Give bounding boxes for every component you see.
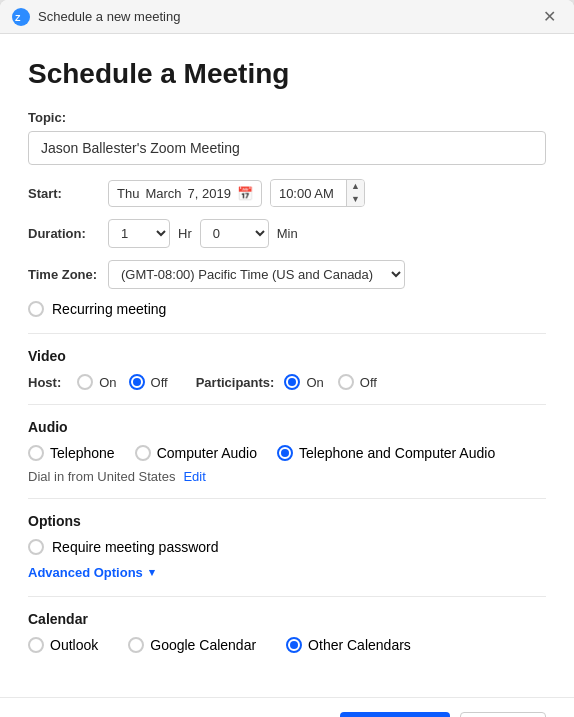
duration-row: Duration: 1 2 3 Hr 0 15 30 45 Min [28,219,546,248]
computer-audio-label: Computer Audio [157,445,257,461]
timezone-row: Time Zone: (GMT-08:00) Pacific Time (US … [28,260,546,289]
calendar-section: Calendar Outlook Google Calendar Other C… [28,611,546,653]
participants-label: Participants: [196,375,275,390]
google-calendar-radio[interactable] [128,637,144,653]
date-picker[interactable]: Thu March 7, 2019 📅 [108,180,262,207]
start-month: March [145,186,181,201]
host-on-radio[interactable] [77,374,93,390]
start-row: Start: Thu March 7, 2019 📅 ▲ ▼ [28,179,546,207]
audio-title: Audio [28,419,546,435]
require-password-row: Require meeting password [28,539,546,555]
edit-dial-in-link[interactable]: Edit [183,469,205,484]
advanced-options-label: Advanced Options [28,565,143,580]
start-date: 7, 2019 [188,186,231,201]
cancel-button[interactable]: Cancel [460,712,546,717]
telephone-radio[interactable] [28,445,44,461]
title-bar-text: Schedule a new meeting [38,9,180,24]
hr-label: Hr [178,226,192,241]
other-calendars-label: Other Calendars [308,637,411,653]
close-button[interactable]: ✕ [537,5,562,28]
calendar-options: Outlook Google Calendar Other Calendars [28,637,546,653]
host-label: Host: [28,375,61,390]
duration-minutes-select[interactable]: 0 15 30 45 [200,219,269,248]
outlook-option[interactable]: Outlook [28,637,98,653]
participants-group: Participants: On Off [196,374,377,390]
timezone-label: Time Zone: [28,267,108,282]
google-calendar-option[interactable]: Google Calendar [128,637,256,653]
start-day: Thu [117,186,139,201]
options-section: Options Require meeting password Advance… [28,513,546,580]
calendar-title: Calendar [28,611,546,627]
title-bar: Z Schedule a new meeting ✕ [0,0,574,34]
topic-input[interactable] [28,131,546,165]
require-password-label: Require meeting password [52,539,219,555]
video-section: Video Host: On Off Participants: On Off [28,348,546,390]
time-input[interactable] [271,181,346,206]
divider-4 [28,596,546,597]
dial-in-row: Dial in from United States Edit [28,469,546,484]
host-off-label: Off [151,375,168,390]
schedule-button[interactable]: Schedule [340,712,450,717]
audio-section: Audio Telephone Computer Audio Telephone… [28,419,546,484]
divider-3 [28,498,546,499]
dial-in-text: Dial in from United States [28,469,175,484]
time-picker: ▲ ▼ [270,179,365,207]
outlook-radio[interactable] [28,637,44,653]
chevron-down-icon: ▾ [149,566,155,579]
footer: Schedule Cancel [0,697,574,717]
audio-telephone-option[interactable]: Telephone [28,445,115,461]
require-password-checkbox[interactable] [28,539,44,555]
content-area: Schedule a Meeting Topic: Start: Thu Mar… [0,34,574,697]
divider-1 [28,333,546,334]
computer-audio-radio[interactable] [135,445,151,461]
duration-fields: 1 2 3 Hr 0 15 30 45 Min [108,219,298,248]
time-up-button[interactable]: ▲ [347,180,364,193]
participants-on-label: On [306,375,323,390]
outlook-label: Outlook [50,637,98,653]
time-spinner: ▲ ▼ [346,180,364,206]
duration-label: Duration: [28,226,108,241]
page-title: Schedule a Meeting [28,58,546,90]
participants-on-radio[interactable] [284,374,300,390]
topic-label: Topic: [28,110,546,125]
both-audio-radio[interactable] [277,445,293,461]
svg-text:Z: Z [15,13,21,23]
schedule-meeting-window: Z Schedule a new meeting ✕ Schedule a Me… [0,0,574,717]
other-calendars-radio[interactable] [286,637,302,653]
topic-group: Topic: [28,110,546,165]
other-calendars-option[interactable]: Other Calendars [286,637,411,653]
start-label: Start: [28,186,108,201]
audio-options: Telephone Computer Audio Telephone and C… [28,445,546,461]
video-row: Host: On Off Participants: On Off [28,374,546,390]
host-off-radio[interactable] [129,374,145,390]
google-calendar-label: Google Calendar [150,637,256,653]
title-bar-left: Z Schedule a new meeting [12,8,180,26]
host-on-group: On [77,374,116,390]
duration-hours-select[interactable]: 1 2 3 [108,219,170,248]
recurring-row: Recurring meeting [28,301,546,317]
recurring-checkbox[interactable] [28,301,44,317]
timezone-select[interactable]: (GMT-08:00) Pacific Time (US and Canada)… [108,260,405,289]
participants-off-label: Off [360,375,377,390]
telephone-label: Telephone [50,445,115,461]
audio-both-option[interactable]: Telephone and Computer Audio [277,445,495,461]
time-down-button[interactable]: ▼ [347,193,364,206]
video-title: Video [28,348,546,364]
divider-2 [28,404,546,405]
options-title: Options [28,513,546,529]
recurring-label: Recurring meeting [52,301,166,317]
zoom-logo-icon: Z [12,8,30,26]
advanced-options-button[interactable]: Advanced Options ▾ [28,565,155,580]
min-label: Min [277,226,298,241]
host-on-label: On [99,375,116,390]
calendar-icon: 📅 [237,186,253,201]
start-fields: Thu March 7, 2019 📅 ▲ ▼ [108,179,365,207]
participants-off-radio[interactable] [338,374,354,390]
audio-computer-option[interactable]: Computer Audio [135,445,257,461]
host-off-group: Off [129,374,168,390]
both-audio-label: Telephone and Computer Audio [299,445,495,461]
